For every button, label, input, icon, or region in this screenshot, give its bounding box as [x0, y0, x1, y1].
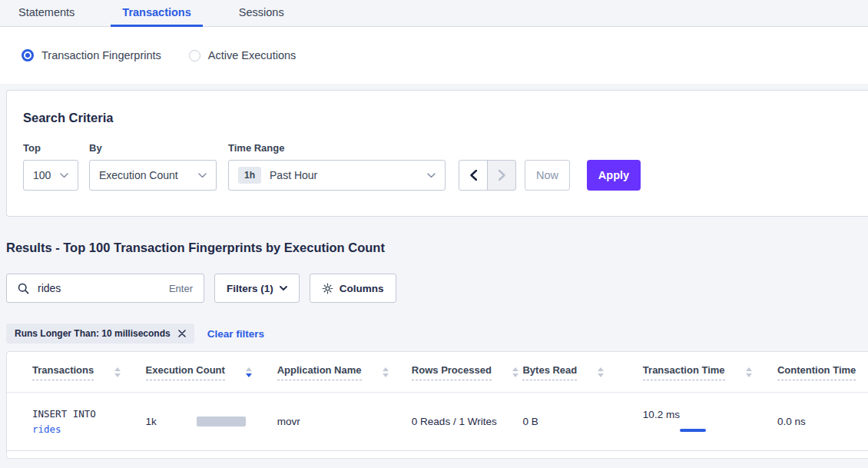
search-input-value: rides	[38, 282, 61, 294]
execution-count-value: 1k	[146, 416, 157, 427]
time-range-control: Time Range 1h Past Hour	[228, 142, 446, 191]
apply-button[interactable]: Apply	[587, 160, 641, 191]
chevron-left-icon	[470, 170, 477, 181]
column-header-transactions[interactable]: Transactions	[32, 364, 146, 380]
filter-chip-label: Runs Longer Than: 10 milliseconds	[15, 328, 171, 339]
search-icon	[18, 283, 29, 294]
top-select-value: 100	[33, 169, 51, 181]
rows-processed-cell: 0 Reads / 1 Writes	[412, 416, 523, 427]
sort-icon[interactable]	[598, 367, 604, 377]
tab-statements[interactable]: Statements	[7, 0, 86, 27]
bytes-read-cell: 0 B	[522, 416, 642, 427]
transactions-page: Statements Transactions Sessions Transac…	[0, 0, 868, 468]
column-header-rows-processed[interactable]: Rows Processed	[412, 364, 523, 380]
sort-desc-icon[interactable]	[246, 367, 252, 377]
active-filters-row: Runs Longer Than: 10 milliseconds Clear …	[6, 324, 868, 344]
tab-bar: Statements Transactions Sessions	[0, 0, 868, 27]
filters-button[interactable]: Filters (1)	[214, 274, 300, 303]
top-label: Top	[23, 142, 78, 154]
radio-transaction-fingerprints[interactable]: Transaction Fingerprints	[22, 49, 161, 61]
chevron-down-icon	[198, 173, 207, 178]
by-select[interactable]: Execution Count	[89, 160, 217, 191]
columns-button-label: Columns	[340, 283, 384, 294]
by-label: By	[89, 142, 217, 154]
column-header-bytes-read[interactable]: Bytes Read	[522, 364, 642, 380]
time-next-button[interactable]	[487, 160, 516, 191]
search-criteria-card: Search Criteria Top 100 By Execution Cou…	[6, 90, 868, 217]
view-toggle: Transaction Fingerprints Active Executio…	[0, 27, 868, 84]
time-range-badge: 1h	[238, 167, 261, 184]
search-input[interactable]: rides Enter	[6, 274, 204, 303]
radio-label: Transaction Fingerprints	[41, 49, 161, 61]
search-enter-hint: Enter	[169, 283, 193, 294]
time-range-value: Past Hour	[270, 169, 317, 181]
execution-count-cell: 1k	[146, 416, 277, 427]
sort-icon[interactable]	[746, 367, 752, 377]
radio-unselected-icon	[189, 50, 200, 61]
columns-button[interactable]: Columns	[310, 274, 396, 303]
time-window-arrows	[459, 160, 516, 191]
sort-icon[interactable]	[383, 367, 389, 377]
time-prev-button[interactable]	[459, 160, 488, 191]
filters-button-label: Filters (1)	[227, 283, 273, 294]
application-name-cell: movr	[277, 416, 412, 427]
execution-count-bar	[197, 417, 246, 427]
tab-sessions[interactable]: Sessions	[227, 0, 296, 27]
chevron-down-icon	[280, 286, 287, 290]
transaction-time-cell: 10.2 ms	[643, 409, 777, 435]
transaction-time-value: 10.2 ms	[643, 409, 777, 420]
column-header-transaction-time[interactable]: Transaction Time	[643, 364, 777, 380]
search-criteria-controls: Top 100 By Execution Count Time Range 1h…	[23, 142, 868, 191]
radio-label: Active Executions	[208, 49, 296, 61]
search-criteria-title: Search Criteria	[23, 111, 868, 125]
column-header-contention-time[interactable]: Contention Time	[777, 364, 868, 380]
radio-active-executions[interactable]: Active Executions	[189, 49, 296, 61]
transaction-link[interactable]: rides	[32, 422, 146, 437]
by-select-value: Execution Count	[99, 169, 178, 181]
column-header-application-name[interactable]: Application Name	[277, 364, 412, 380]
clear-filters-link[interactable]: Clear filters	[207, 328, 264, 340]
top-select[interactable]: 100	[23, 160, 78, 191]
chevron-down-icon	[427, 173, 436, 178]
column-header-execution-count[interactable]: Execution Count	[146, 364, 277, 380]
results-heading: Results - Top 100 Transaction Fingerprin…	[6, 241, 868, 255]
chevron-down-icon	[60, 173, 68, 178]
time-range-select[interactable]: 1h Past Hour	[228, 160, 446, 191]
sort-icon[interactable]	[114, 367, 121, 377]
transaction-time-bar	[643, 425, 714, 435]
results-toolbar: rides Enter Filters (1) Columns	[6, 274, 868, 303]
radio-selected-icon	[22, 49, 34, 61]
gear-icon	[322, 283, 333, 294]
table-header-row: Transactions Execution Count Application…	[7, 352, 868, 393]
statement-text: INSERT INTO	[32, 407, 146, 422]
table-row[interactable]: INSERT INTO rides 1k movr 0 Reads / 1 Wr…	[7, 393, 868, 451]
chevron-right-icon	[499, 170, 505, 181]
close-icon[interactable]	[178, 330, 186, 337]
tab-transactions[interactable]: Transactions	[111, 0, 202, 27]
time-range-label: Time Range	[228, 142, 446, 154]
by-control: By Execution Count	[89, 142, 217, 191]
results-table-card: Transactions Execution Count Application…	[6, 351, 868, 459]
transaction-fingerprint-cell: INSERT INTO rides	[32, 407, 146, 437]
sort-icon[interactable]	[512, 367, 518, 377]
filter-chip: Runs Longer Than: 10 milliseconds	[6, 324, 194, 344]
contention-time-cell: 0.0 ns	[777, 416, 868, 427]
top-control: Top 100	[23, 142, 78, 191]
now-button[interactable]: Now	[525, 160, 570, 191]
